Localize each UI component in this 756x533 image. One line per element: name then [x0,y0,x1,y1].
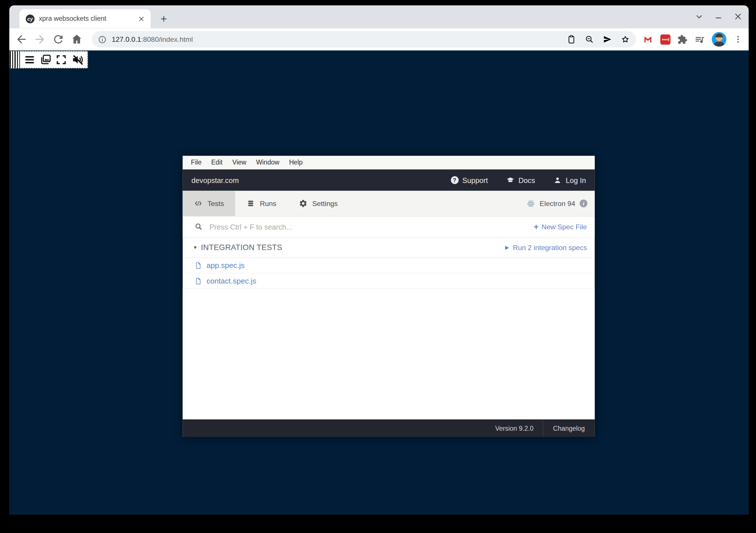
spec-link[interactable]: contact.spec.js [206,276,256,285]
question-icon: ? [451,176,458,184]
header-links: ? Support Docs [451,176,586,184]
tab-runs[interactable]: Runs [235,191,287,216]
browser-window: cy xpra websockets client + [9,5,749,515]
browser-toolbar: 127.0.0.1:8080/index.html [9,28,749,51]
app-footer: Version 9.2.0 Changelog [183,419,595,437]
omnibox-actions [567,34,630,44]
plus-icon: + [534,223,538,231]
project-name: devopstar.com [191,176,239,184]
url-path: :8080/index.html [141,36,193,43]
window-restore-icon[interactable] [694,12,704,21]
spec-search-row: + New Spec File [183,216,595,237]
gmail-icon[interactable] [642,34,653,45]
gear-icon [299,199,307,208]
url-text[interactable]: 127.0.0.1:8080/index.html [112,36,193,43]
window-minimize-icon[interactable] [714,12,723,21]
browser-selector[interactable]: Electron 94 i [526,191,595,216]
spec-link[interactable]: app.spec.js [206,261,245,270]
docs-link[interactable]: Docs [506,176,535,184]
version-label: Version 9.2.0 [486,425,543,432]
electron-atom-icon [526,199,535,208]
file-icon [195,277,202,285]
avatar-body [713,42,725,47]
browser-tab[interactable]: cy xpra websockets client [19,9,150,28]
file-icon [195,261,202,269]
section-title[interactable]: INTEGRATION TESTS [201,243,282,252]
app-header: devopstar.com ? Support Docs [183,169,595,190]
changelog-link[interactable]: Changelog [543,425,595,432]
xpra-drag-grip[interactable] [10,51,20,68]
home-icon[interactable] [70,33,83,45]
login-label: Log In [566,176,586,184]
new-spec-file-label: New Spec File [542,223,587,230]
tab-strip: cy xpra websockets client + [9,5,749,28]
support-link[interactable]: ? Support [451,176,488,184]
menu-window[interactable]: Window [256,159,280,166]
screen: cy xpra websockets client + [0,0,756,533]
extensions-puzzle-icon[interactable] [677,34,688,44]
xpra-toolbar[interactable] [9,51,88,68]
info-icon[interactable]: i [580,199,587,207]
site-info-icon[interactable] [97,35,107,44]
tab-runs-label: Runs [260,199,276,207]
browser-actions [642,32,743,47]
docs-label: Docs [519,176,535,184]
menu-view[interactable]: View [232,159,247,166]
new-tab-button[interactable]: + [157,12,171,25]
browser-version-label: Electron 94 [540,199,575,207]
graduation-cap-icon [506,176,515,184]
tab-title: xpra websockets client [39,15,133,22]
lastpass-icon[interactable] [660,34,670,44]
spec-list-empty-area [183,289,595,419]
forward-icon[interactable] [34,33,46,45]
run-all-specs-button[interactable]: ▶ Run 2 integration specs [505,243,587,251]
run-specs-label: Run 2 integration specs [513,243,587,251]
search-input[interactable] [208,222,534,231]
xpra-canvas: File Edit View Window Help devopstar.com… [9,51,749,515]
tab-close-icon[interactable] [137,14,146,23]
new-spec-file-button[interactable]: + New Spec File [534,223,587,231]
reload-icon[interactable] [52,33,65,45]
cypress-favicon-icon: cy [26,14,35,23]
search-icon [195,222,203,231]
send-to-device-icon[interactable] [603,34,612,44]
login-link[interactable]: Log In [554,176,586,184]
integration-tests-section: ▾ INTEGRATION TESTS ▶ Run 2 integration … [183,238,595,258]
browser-menu-icon[interactable] [733,34,743,44]
bookmark-star-icon[interactable] [620,34,630,44]
user-icon [554,176,562,184]
spec-row[interactable]: contact.spec.js [183,273,595,289]
menu-help[interactable]: Help [289,159,303,166]
xpra-screenshot-icon[interactable] [39,53,52,66]
zoom-out-icon[interactable] [584,34,594,44]
tab-settings[interactable]: Settings [287,191,349,216]
media-queue-icon[interactable] [694,34,705,45]
clipboard-icon[interactable] [567,34,576,44]
back-icon[interactable] [15,33,28,45]
tab-settings-label: Settings [312,199,338,207]
xpra-mute-icon[interactable] [71,53,84,66]
window-close-icon[interactable] [733,12,743,21]
database-icon [246,199,255,208]
xpra-fullscreen-icon[interactable] [55,53,68,66]
menu-file[interactable]: File [191,159,202,166]
collapse-caret-icon[interactable]: ▾ [194,244,197,251]
tab-tests-label: Tests [207,199,224,207]
app-nav-tabs: Tests Runs Settings [183,191,595,217]
support-label: Support [462,176,488,184]
app-menu-bar: File Edit View Window Help [183,156,595,170]
avatar-hair [716,34,723,38]
tab-tests[interactable]: Tests [183,191,235,216]
url-host: 127.0.0.1 [112,36,141,43]
spec-row[interactable]: app.spec.js [183,258,595,273]
xpra-menu-icon[interactable] [23,53,36,66]
code-icon [194,199,203,208]
address-bar[interactable]: 127.0.0.1:8080/index.html [92,31,636,47]
menu-edit[interactable]: Edit [211,159,223,166]
play-icon: ▶ [505,245,509,250]
cypress-app-window: File Edit View Window Help devopstar.com… [183,156,595,437]
profile-avatar[interactable] [712,32,726,47]
